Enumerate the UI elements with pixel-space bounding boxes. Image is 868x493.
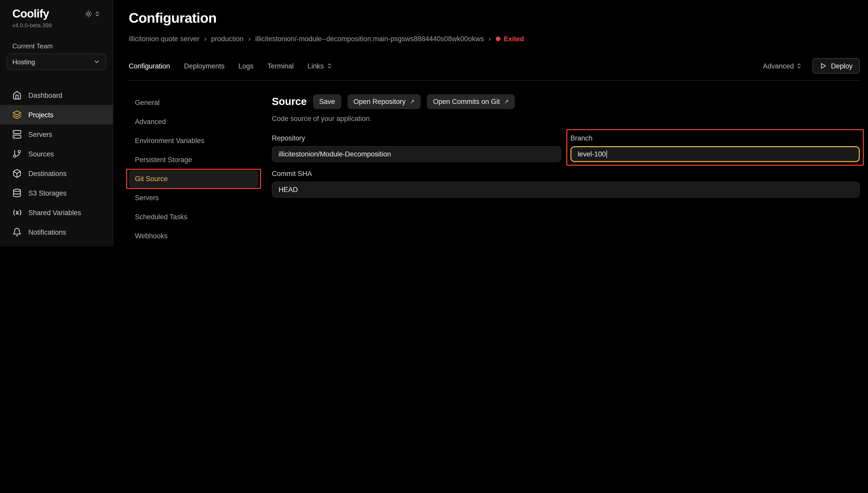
external-link-icon: ↗: [410, 98, 415, 105]
external-link-icon: ↗: [504, 98, 509, 105]
source-title: Source: [272, 96, 307, 108]
sidebar-item-label: Shared Variables: [28, 209, 81, 216]
subnav-item-environment-variables[interactable]: Environment Variables: [129, 132, 258, 149]
subnav-item-webhooks[interactable]: Webhooks: [129, 228, 258, 244]
chevron-down-icon: [93, 58, 100, 65]
tab-deployments[interactable]: Deployments: [184, 62, 225, 70]
version-label: v4.0.0-beta.399: [0, 21, 113, 28]
subnav-item-persistent-storage[interactable]: Persistent Storage: [129, 151, 258, 168]
branch-field: Branch level-100: [570, 134, 860, 162]
chevrons-up-down-icon[interactable]: [94, 11, 100, 17]
sidebar-item-dashboard[interactable]: Dashboard: [0, 85, 113, 105]
brand-icons: [85, 10, 100, 18]
sidebar-item-sources[interactable]: Sources: [0, 144, 113, 164]
source-description: Code source of your application.: [272, 115, 860, 123]
main-content: Configuration illicitonion quote server …: [113, 0, 868, 246]
deploy-button[interactable]: Deploy: [812, 58, 860, 73]
open-repository-button[interactable]: Open Repository ↗: [347, 94, 421, 109]
brand-row: Coolify: [0, 7, 113, 21]
play-icon: [820, 62, 827, 69]
chevron-right-icon: ›: [204, 35, 207, 43]
sidebar-item-label: Notifications: [28, 228, 66, 236]
current-team-label: Current Team: [0, 28, 113, 53]
branch-input[interactable]: level-100: [570, 146, 860, 162]
team-select-value: Hosting: [12, 58, 35, 66]
sidebar-item-label: S3 Storages: [28, 189, 67, 197]
subnav-item-general[interactable]: General: [129, 94, 258, 111]
branch-label: Branch: [570, 134, 860, 142]
package-icon: [12, 169, 22, 178]
settings-subnav: General Advanced Environment Variables P…: [129, 94, 258, 246]
breadcrumb-project[interactable]: illicitonion quote server: [129, 35, 199, 42]
subnav-item-advanced[interactable]: Advanced: [129, 113, 258, 130]
source-section: Source Save Open Repository ↗ Open Commi…: [258, 94, 860, 246]
advanced-toggle[interactable]: Advanced: [763, 62, 802, 70]
status-dot-icon: [495, 36, 500, 41]
home-icon: [12, 90, 22, 100]
tab-terminal[interactable]: Terminal: [268, 62, 294, 70]
coolify-app: Coolify v4.0.0-beta.399 Current Team Hos…: [0, 0, 868, 246]
chevrons-up-down-icon: [326, 63, 333, 69]
sidebar-item-projects[interactable]: Projects: [0, 105, 113, 125]
database-icon: [12, 188, 22, 198]
save-button[interactable]: Save: [313, 94, 341, 109]
text-cursor: [607, 150, 607, 158]
commit-sha-input[interactable]: [272, 182, 860, 198]
sidebar-item-keys-tokens[interactable]: Keys & Tokens: [0, 242, 113, 246]
tabbar-actions: Advanced Deploy: [763, 58, 860, 73]
breadcrumb-environment[interactable]: production: [211, 35, 244, 42]
status-badge: Exited: [495, 35, 524, 42]
sidebar-item-label: Destinations: [28, 170, 67, 177]
chevrons-up-down-icon: [796, 63, 802, 69]
sidebar-item-s3-storages[interactable]: S3 Storages: [0, 183, 113, 203]
repository-field: Repository: [272, 134, 561, 162]
status-label: Exited: [504, 35, 524, 42]
sun-icon[interactable]: [85, 10, 92, 18]
repository-label: Repository: [272, 134, 561, 142]
subnav-item-git-source[interactable]: Git Source: [129, 170, 258, 187]
breadcrumb: illicitonion quote server › production ›…: [129, 35, 860, 43]
commit-sha-label: Commit SHA: [272, 170, 860, 177]
app-logo: Coolify: [12, 7, 49, 21]
sidebar-item-servers[interactable]: Servers: [0, 125, 113, 144]
sidebar-item-label: Sources: [28, 150, 54, 158]
subnav-item-scheduled-tasks[interactable]: Scheduled Tasks: [129, 209, 258, 226]
page-title: Configuration: [129, 10, 860, 26]
subnav-item-servers[interactable]: Servers: [129, 189, 258, 206]
tab-configuration[interactable]: Configuration: [129, 62, 170, 70]
git-branch-icon: [12, 149, 22, 158]
sidebar-item-notifications[interactable]: Notifications: [0, 222, 113, 242]
content-row: General Advanced Environment Variables P…: [129, 94, 860, 246]
open-commits-button[interactable]: Open Commits on Git ↗: [427, 94, 515, 109]
tab-bar: Configuration Deployments Logs Terminal …: [129, 58, 860, 81]
tab-links[interactable]: Links: [308, 62, 333, 70]
layers-icon: [12, 110, 22, 120]
sidebar-item-label: Projects: [28, 111, 54, 119]
sidebar-nav: Dashboard Projects Servers Sources Desti…: [0, 85, 113, 246]
sidebar-item-destinations[interactable]: Destinations: [0, 164, 113, 183]
sidebar: Coolify v4.0.0-beta.399 Current Team Hos…: [0, 0, 113, 246]
source-header-row: Source Save Open Repository ↗ Open Commi…: [272, 94, 860, 109]
team-select[interactable]: Hosting: [7, 53, 106, 70]
server-icon: [12, 130, 22, 139]
sidebar-item-label: Servers: [28, 130, 52, 138]
bell-icon: [12, 228, 22, 237]
chevron-right-icon: ›: [248, 35, 251, 43]
chevron-right-icon: ›: [489, 35, 491, 43]
commit-sha-field: Commit SHA: [272, 170, 860, 198]
breadcrumb-application[interactable]: illicitestonion/-module--decomposition:m…: [255, 35, 484, 42]
tab-logs[interactable]: Logs: [238, 62, 254, 70]
source-form: Repository Branch level-100 Commit SHA: [272, 134, 860, 198]
repository-input[interactable]: [272, 146, 561, 162]
sidebar-item-shared-variables[interactable]: (x) Shared Variables: [0, 203, 113, 222]
variables-icon: (x): [12, 208, 22, 217]
sidebar-item-label: Dashboard: [28, 91, 62, 99]
